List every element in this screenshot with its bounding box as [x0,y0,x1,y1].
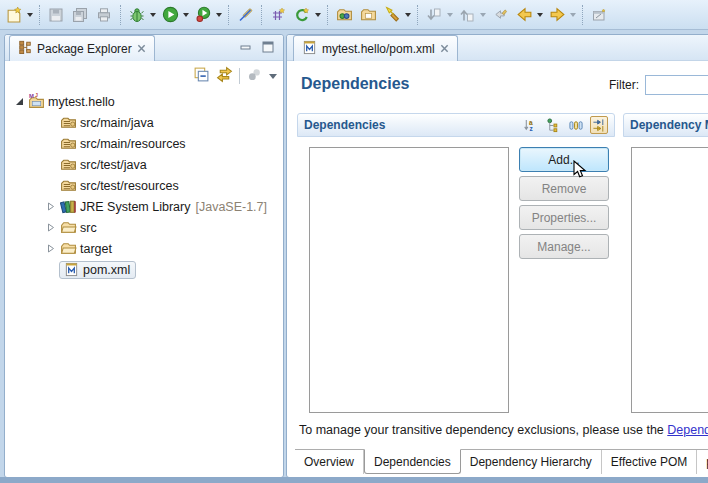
dependencies-buttons: Add... Remove Properties... Manage... [519,147,609,259]
tree-item-label: mytest.hello [45,94,118,110]
hint-text: To manage your transitive dependency exc… [299,423,667,437]
tree-item-project[interactable]: MJ mytest.hello [5,91,283,112]
svg-text:z: z [529,125,533,132]
dependency-management-list[interactable] [631,147,708,413]
toolbar-separator [239,68,240,84]
tree-item-src-test-java[interactable]: src/test/java [5,154,283,175]
tree-item-target-folder[interactable]: target [5,238,283,259]
link-with-editor-icon[interactable] [216,66,233,86]
folder-icon [59,219,77,236]
open-folder-icon[interactable] [356,3,380,27]
run-external-dropdown[interactable] [216,13,222,20]
tree-item-src-folder[interactable]: src [5,217,283,238]
run-external-icon[interactable] [191,3,215,27]
show-properties-icon[interactable] [567,116,585,134]
source-folder-icon [59,156,77,173]
expand-arrow-icon[interactable] [43,244,59,253]
folder-icon [59,240,77,257]
dependencies-section: Dependencies az Add... Remove Properti [297,113,615,415]
toolbar-separator [228,5,229,25]
tab-dependencies[interactable]: Dependencies [364,449,461,474]
toolbar-separator [582,5,583,25]
run-dropdown[interactable] [183,13,189,20]
tree-item-label: src [77,220,100,236]
tab-pom-xml[interactable]: pom.xml [697,450,708,474]
debug-dropdown[interactable] [150,13,156,20]
open-maven-repository-icon[interactable] [332,3,356,27]
forward-dropdown [570,13,576,20]
add-button[interactable]: Add... [519,147,609,172]
tree-item-label: target [77,241,115,257]
tree-item-src-main-resources[interactable]: src/main/resources [5,133,283,154]
maximize-icon[interactable] [261,40,275,57]
eclipse-window: { "colors": { "accent": "#26588e", "link… [0,0,708,483]
debug-icon[interactable] [125,3,149,27]
tab-overview[interactable]: Overview [295,450,364,474]
section-title: Dependencies [304,118,385,132]
package-explorer-panel: Package Explorer [4,34,284,478]
tree-item-src-main-java[interactable]: src/main/java [5,112,283,133]
properties-button: Properties... [519,205,609,230]
tree-item-label: src/test/java [77,157,150,173]
run-icon[interactable] [158,3,182,27]
new-java-element-icon[interactable] [266,3,290,27]
search-icon[interactable] [380,3,404,27]
previous-annotation-dropdown [480,13,486,20]
next-annotation-icon [422,3,446,27]
expand-arrow-icon[interactable] [43,202,59,211]
pom-editor-panel: mytest.hello/pom.xml Dependencies Filter… [286,34,708,478]
package-explorer-tab-label: Package Explorer [37,42,132,56]
package-explorer-icon [18,40,32,57]
tab-dependency-hierarchy[interactable]: Dependency Hierarchy [461,450,602,474]
refresh-dropdown[interactable] [315,13,321,20]
tab-effective-pom[interactable]: Effective POM [602,450,697,474]
collapse-arrow-icon[interactable] [11,97,27,106]
package-explorer-tabstrip: Package Explorer [5,35,283,61]
collapse-all-icon[interactable] [193,66,210,86]
new-window-icon [587,3,611,27]
tree-item-label: src/main/resources [77,136,189,152]
tree-item-decoration: [JavaSE-1.7] [193,200,267,214]
tree-item-src-test-resources[interactable]: src/test/resources [5,175,283,196]
section-title: Dependency Management [630,118,708,132]
search-dropdown[interactable] [405,13,411,20]
filter-input[interactable] [645,75,708,95]
package-explorer-tab[interactable]: Package Explorer [9,35,155,61]
pom-file-icon [302,40,317,58]
editor-tab-pom[interactable]: mytest.hello/pom.xml [293,35,458,61]
new-wizard-dropdown[interactable] [27,13,33,20]
library-icon [59,198,77,215]
new-wizard-icon[interactable] [2,3,26,27]
toggle-mark-occurrences-icon[interactable] [233,3,257,27]
toolbar-separator [39,5,40,25]
page-title: Dependencies [301,75,409,93]
forward-icon[interactable] [545,3,569,27]
tree-item-label: src/test/resources [77,178,182,194]
back-icon[interactable] [512,3,536,27]
dependency-hierarchy-link[interactable]: Dependency Hierarchy [667,423,708,437]
minimize-icon[interactable] [239,40,253,57]
print-icon [92,3,116,27]
dependencies-list[interactable] [309,147,509,413]
view-menu-icon[interactable] [269,74,277,83]
close-icon[interactable] [440,44,449,53]
expand-sections-icon[interactable] [590,116,608,134]
refresh-icon[interactable] [290,3,314,27]
close-icon[interactable] [137,44,146,53]
mouse-cursor [573,160,587,183]
toolbar-separator [417,5,418,25]
tree-item-label: src/main/java [77,115,157,131]
sort-alphabetically-icon[interactable]: az [521,116,539,134]
tree-item-jre-library[interactable]: JRE System Library [JavaSE-1.7] [5,196,283,217]
pom-file-icon [62,262,80,277]
save-icon [44,3,68,27]
show-groupid-icon[interactable] [544,116,562,134]
editor-bottom-tabs: Overview Dependencies Dependency Hierarc… [295,449,708,474]
transitive-hint: To manage your transitive dependency exc… [299,423,708,437]
next-annotation-dropdown [447,13,453,20]
selected-row-highlight: pom.xml [59,261,136,279]
source-folder-icon [59,135,77,152]
tree-item-pom-xml[interactable]: pom.xml [5,259,283,280]
back-dropdown[interactable] [537,13,543,20]
expand-arrow-icon[interactable] [43,223,59,232]
